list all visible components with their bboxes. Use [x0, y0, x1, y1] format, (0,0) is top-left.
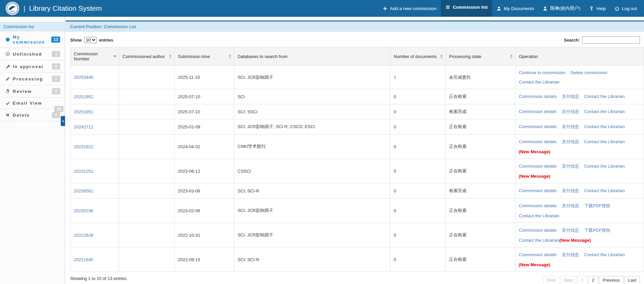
commission-number-link[interactable]: 20231251 — [74, 169, 93, 174]
documents-count: 0 — [394, 208, 396, 213]
operation-link-item[interactable]: 支付信息 — [562, 252, 579, 258]
page-btn-2[interactable]: 2 — [588, 276, 598, 284]
operation-link-commission-details[interactable]: Commission details — [519, 252, 557, 257]
processing-state-cell: 正在检索 — [446, 119, 515, 134]
count-badge: 0 — [52, 76, 60, 82]
col-header-commissioned-author[interactable]: Commissioned author — [119, 47, 175, 66]
documents-count: 0 — [394, 257, 396, 262]
documents-count-cell: 0 — [390, 198, 446, 223]
operation-link-contact-the-librarian[interactable]: Contact the Librarian — [584, 139, 625, 144]
plus-icon — [383, 6, 388, 11]
table-row: 20222628 2022-10-31 SCI, JCR影响因子 0 正在检索 … — [70, 223, 644, 247]
operation-link-commission-details[interactable]: Commission details — [519, 188, 557, 193]
col-header-submission-time[interactable]: Submission time — [175, 47, 234, 66]
operation-link-contact-the-librarian[interactable]: Contact the Librarian — [519, 213, 559, 218]
sidebar: Commission list My commission 13 Unfinis… — [0, 17, 65, 284]
commission-number-link[interactable]: 20230236 — [74, 208, 93, 213]
page-btn-previous[interactable]: Previous — [599, 276, 624, 284]
operation-link-item[interactable]: 支付信息 — [562, 227, 579, 233]
operation-link-commission-details[interactable]: Commission details — [519, 164, 557, 169]
operation-link-contact-the-librarian[interactable]: Contact the Librarian — [584, 188, 625, 193]
operation-line: Contact the Librarian — [519, 213, 640, 218]
operation-link-contact-the-librarian[interactable]: Contact the Librarian — [519, 238, 559, 243]
documents-count-cell: 0 — [390, 104, 446, 119]
databases-cell: CNKI学术期刊 — [234, 134, 390, 159]
operation-link-pdf[interactable]: 下载PDF报告 — [584, 203, 610, 209]
sidebar-item-label: Unfinished — [13, 52, 42, 57]
operation-link-item[interactable]: 支付信息 — [562, 163, 579, 169]
operation-link-commission-details[interactable]: Commission details — [519, 94, 557, 99]
caret-up-icon — [229, 54, 232, 56]
operation-link-contact-the-librarian[interactable]: Contact the Librarian — [519, 79, 559, 84]
app-header: | Library Citation System Add a new comm… — [0, 0, 644, 17]
sidebar-item-unfinished[interactable]: Unfinished 1 — [0, 48, 65, 60]
commission-number-link[interactable]: 20242712 — [74, 124, 93, 129]
col-header-processing-state[interactable]: Processing state — [446, 47, 515, 66]
databases-cell: SCI — [234, 89, 390, 104]
sidebar-collapse-button[interactable] — [61, 116, 65, 126]
nav-item-my-documents[interactable]: My Documents — [492, 0, 538, 17]
entries-info: Showing 1 to 10 of 13 entries — [70, 276, 127, 281]
caret-up-icon — [169, 54, 172, 56]
user-icon — [496, 6, 501, 11]
count-badge: 0 — [52, 88, 60, 94]
sidebar-item-processing[interactable]: Processing 0 — [0, 73, 65, 85]
col-header-commission-number[interactable]: Commission Number — [70, 47, 119, 66]
cross-icon — [5, 113, 10, 117]
commission-number-link[interactable]: 20251951 — [74, 109, 93, 114]
operation-link-delete-commission[interactable]: Delete commission — [571, 70, 607, 75]
operation-link-item[interactable]: 支付信息 — [562, 203, 579, 209]
sidebar-item-my-commission[interactable]: My commission 13 — [0, 32, 65, 48]
operation-link-contact-the-librarian[interactable]: Contact the Librarian — [584, 164, 625, 169]
databases-cell: SCI, JCR影响因子 — [234, 198, 390, 223]
operation-link-contact-the-librarian[interactable]: Contact the Librarian — [584, 252, 625, 257]
commission-number-link[interactable]: 20221930 — [74, 257, 93, 262]
nav-item-user-account[interactable]: 陈琳(校内用户) — [538, 0, 585, 17]
operation-link-item[interactable]: 支付信息 — [562, 188, 579, 194]
operation-cell: Commission details支付信息Contact the Librar… — [515, 134, 644, 159]
nav-item-commission-list[interactable]: Commission list — [441, 0, 492, 17]
operation-link-commission-details[interactable]: Commission details — [519, 203, 557, 208]
documents-count-link[interactable]: 1 — [394, 75, 396, 80]
sort-icons — [229, 54, 232, 59]
operation-link-commission-details[interactable]: Commission details — [519, 228, 557, 233]
operation-link-item[interactable]: 支付信息 — [562, 109, 579, 115]
operation-cell: Commission details支付信息Contact the Librar… — [515, 247, 644, 272]
commission-table: Commission Number Commissioned author Su… — [70, 47, 644, 272]
nav-item-add-commission[interactable]: Add a new commission — [378, 0, 441, 17]
operation-link-continue-to-commission[interactable]: Continue to commission — [519, 70, 565, 75]
operation-link-commission-details[interactable]: Commission details — [519, 109, 557, 114]
commission-number-link[interactable]: 20251952 — [74, 94, 93, 99]
nav-item-help[interactable]: Help — [585, 0, 610, 17]
operation-link-commission-details[interactable]: Commission details — [519, 124, 557, 129]
commission-number-link[interactable]: 20230581 — [74, 188, 93, 193]
page-btn-first: First — [543, 276, 559, 284]
commission-number-link[interactable]: 20231822 — [74, 144, 93, 149]
col-header-operation: Operation — [515, 47, 644, 66]
documents-count: 0 — [394, 169, 396, 174]
operation-link-pdf[interactable]: 下载PDF报告 — [584, 227, 610, 233]
operation-link-contact-the-librarian[interactable]: Contact the Librarian — [584, 94, 625, 99]
search-input[interactable] — [582, 36, 640, 44]
operation-link-contact-the-librarian[interactable]: Contact the Librarian — [584, 109, 625, 114]
column-label: Processing state — [449, 54, 481, 59]
page-btn-last[interactable]: Last — [624, 276, 640, 284]
nav-item-logout[interactable]: Log out — [610, 0, 641, 17]
operation-link-item[interactable]: 支付信息 — [562, 124, 579, 130]
processing-state-cell: 正在检索 — [446, 134, 515, 159]
commissioned-author-cell — [119, 104, 175, 119]
sidebar-item-in-approval[interactable]: In approval 0 — [0, 60, 65, 73]
sidebar-item-review[interactable]: Review 0 — [0, 85, 65, 98]
processing-state-cell: 正在检索 — [446, 223, 515, 247]
page-size-select[interactable]: 10 — [84, 37, 97, 43]
commission-number-link[interactable]: 20222628 — [74, 233, 93, 238]
operation-link-contact-the-librarian[interactable]: Contact the Librarian — [584, 124, 625, 129]
table-row: 20251952 2025-07-10 SCI 0 正在检索 Commissio… — [70, 89, 644, 104]
table-row: 20253445 2025-11-19 SCI, JCR影响因子 1 未完成委托… — [70, 66, 644, 89]
operation-link-item[interactable]: 支付信息 — [562, 94, 579, 100]
operation-link-commission-details[interactable]: Commission details — [519, 139, 557, 144]
sidebar-item-delete[interactable]: Delete 0 12 — [0, 109, 65, 121]
operation-link-item[interactable]: 支付信息 — [562, 139, 579, 145]
commission-number-link[interactable]: 20253445 — [74, 75, 93, 80]
col-header-number-of-documents[interactable]: Number of documents — [390, 47, 446, 66]
